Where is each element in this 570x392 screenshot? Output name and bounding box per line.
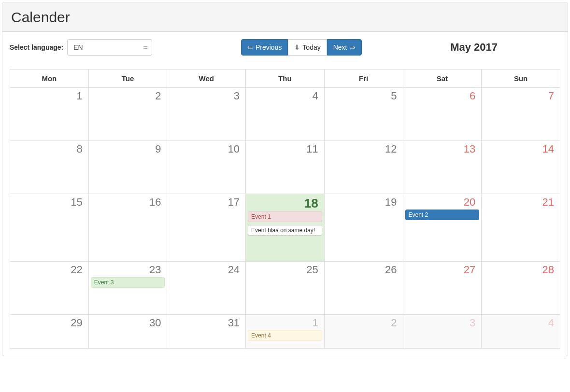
day-number: 2 [89,88,167,103]
day-cell[interactable]: 22 [10,262,89,315]
day-number: 18 [246,194,324,211]
day-number: 7 [482,88,560,103]
language-select[interactable]: EN [67,39,152,56]
day-number: 2 [325,315,403,330]
weekday-header: Tue [88,70,167,88]
event-item[interactable]: Event 1 [248,211,322,222]
day-cell[interactable]: 1Event 4 [246,315,325,349]
day-number: 16 [89,194,167,210]
day-number: 8 [10,141,88,156]
day-cell[interactable]: 10 [167,141,246,194]
previous-button[interactable]: Previous [241,39,288,56]
weekday-header: Mon [10,70,89,88]
today-button[interactable]: Today [288,39,327,56]
weekday-header: Wed [167,70,246,88]
arrow-left-icon [247,42,253,52]
day-cell[interactable]: 12 [324,141,403,194]
weekday-header: Sat [403,70,482,88]
event-item[interactable]: Event 4 [248,330,322,341]
day-cell[interactable]: 13 [403,141,482,194]
day-cell[interactable]: 26 [324,262,403,315]
day-number: 29 [10,315,88,330]
next-button-label: Next [333,42,347,52]
panel-heading: Calender [2,2,568,32]
toolbar: Select language: EN Previous Today [10,39,560,56]
day-cell[interactable]: 9 [88,141,167,194]
day-cell[interactable]: 21 [482,194,560,262]
weekday-header: Thu [246,70,325,88]
event-item[interactable]: Event 2 [405,210,480,220]
arrow-right-icon [350,42,356,52]
next-button[interactable]: Next [327,39,362,56]
day-number: 20 [403,194,482,210]
day-cell[interactable]: 6 [403,88,482,141]
day-cell[interactable]: 18Event 1Event blaa on same day! [246,194,325,262]
page-title: Calender [11,9,559,26]
day-cell[interactable]: 3 [403,315,482,349]
day-cell[interactable]: 30 [88,315,167,349]
nav-buttons: Previous Today Next [157,39,445,56]
day-number: 27 [403,262,482,277]
day-cell[interactable]: 20Event 2 [403,194,482,262]
day-number: 25 [246,262,324,277]
day-cell[interactable]: 11 [246,141,325,194]
day-cell[interactable]: 3 [167,88,246,141]
day-cell[interactable]: 8 [10,141,89,194]
event-item[interactable]: Event 3 [91,277,165,288]
day-number: 26 [325,262,403,277]
day-cell[interactable]: 27 [403,262,482,315]
day-number: 6 [403,88,482,103]
today-button-label: Today [302,42,320,52]
day-number: 31 [167,315,245,330]
day-cell[interactable]: 7 [482,88,560,141]
day-cell[interactable]: 16 [88,194,167,262]
day-number: 23 [89,262,167,277]
calendar-grid: MonTueWedThuFriSatSun 123456789101112131… [10,69,560,349]
language-block: Select language: EN [10,39,152,56]
day-number: 17 [167,194,245,210]
day-cell[interactable]: 19 [324,194,403,262]
day-number: 1 [246,315,324,330]
day-number: 24 [167,262,245,277]
day-number: 22 [10,262,88,277]
language-label: Select language: [10,43,63,51]
day-cell[interactable]: 4 [246,88,325,141]
panel-body: Select language: EN Previous Today [2,32,568,356]
day-cell[interactable]: 5 [324,88,403,141]
day-cell[interactable]: 17 [167,194,246,262]
day-cell[interactable]: 2 [324,315,403,349]
day-number: 1 [10,88,88,103]
weekday-header: Sun [482,70,560,88]
day-number: 4 [482,315,560,330]
day-cell[interactable]: 2 [88,88,167,141]
day-number: 10 [167,141,245,156]
day-cell[interactable]: 14 [482,141,560,194]
calendar-panel: Calender Select language: EN Previous [2,2,568,356]
day-number: 15 [10,194,88,210]
day-cell[interactable]: 4 [482,315,560,349]
day-number: 11 [246,141,324,156]
day-cell[interactable]: 24 [167,262,246,315]
day-cell[interactable]: 23Event 3 [88,262,167,315]
day-number: 28 [482,262,560,277]
month-title: May 2017 [450,41,560,54]
day-number: 13 [403,141,482,156]
day-number: 14 [482,141,560,156]
day-cell[interactable]: 15 [10,194,89,262]
day-cell[interactable]: 28 [482,262,560,315]
day-cell[interactable]: 1 [10,88,89,141]
day-number: 9 [89,141,167,156]
event-item[interactable]: Event blaa on same day! [248,225,322,236]
day-number: 5 [325,88,403,103]
day-number: 3 [403,315,482,330]
weekday-header: Fri [324,70,403,88]
day-number: 12 [325,141,403,156]
day-cell[interactable]: 31 [167,315,246,349]
day-number: 3 [167,88,245,103]
day-number: 21 [482,194,560,210]
day-number: 19 [325,194,403,210]
day-cell[interactable]: 25 [246,262,325,315]
previous-button-label: Previous [256,42,282,52]
day-number: 4 [246,88,324,103]
day-cell[interactable]: 29 [10,315,89,349]
